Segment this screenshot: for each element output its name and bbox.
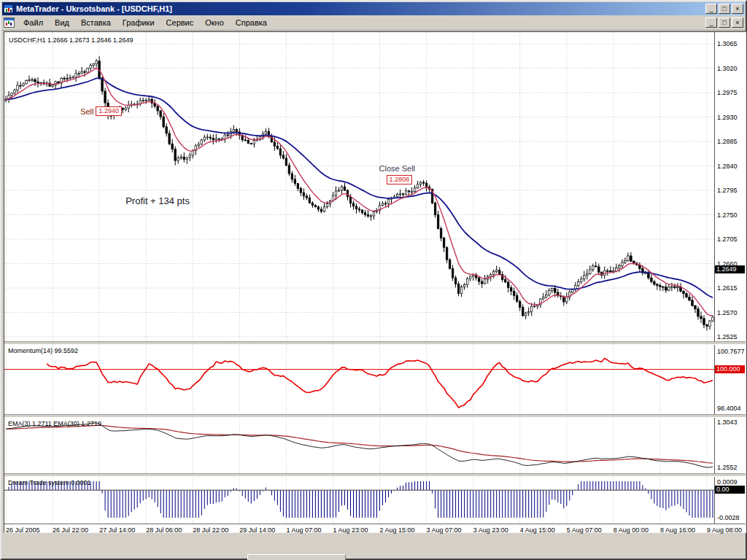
time-label: 27 Jul 14:00: [99, 526, 135, 534]
price-axis-label: 1.2930: [717, 114, 738, 121]
window-title: MetaTrader - Ukrsotsbank - [USDCHF,H1]: [16, 4, 701, 13]
candlestick-chart[interactable]: [4, 32, 714, 341]
menubar: ФайлВидВставкаГрафикиСервисОкноСправка _…: [1, 15, 746, 31]
menu-item-Справка[interactable]: Справка: [230, 17, 273, 28]
momentum-level-badge: 100.000: [715, 365, 745, 373]
dream-trade-panel[interactable]: 0.0009-0.00280.00 Dream Trade system 0.0…: [4, 477, 746, 524]
time-label: 3 Aug 23:00: [473, 526, 508, 534]
price-chart-panel[interactable]: 1.30651.30201.29751.29301.28851.28401.27…: [4, 32, 746, 341]
time-label: 8 Aug 00:00: [614, 526, 649, 534]
price-axis-label: 1.2525: [717, 333, 738, 341]
sell-label: Sell: [80, 107, 93, 116]
time-label: 8 Aug 16:00: [660, 526, 695, 534]
time-label: 28 Jul 22:00: [193, 526, 228, 534]
price-axis-label: 1.2615: [717, 284, 738, 292]
chart-window: 1.30651.30201.29751.29301.28851.28401.27…: [4, 31, 746, 533]
time-label: 1 Aug 23:00: [333, 526, 368, 534]
price-axis-label: 1.2975: [717, 89, 738, 96]
menu-item-Вставка[interactable]: Вставка: [75, 17, 117, 28]
ema-chart[interactable]: [4, 418, 714, 473]
sell-annotation[interactable]: Sell 1.2940: [80, 106, 122, 116]
price-axis-label: 1.2885: [717, 138, 738, 145]
maximize-button[interactable]: □: [719, 4, 730, 14]
time-label: 4 Aug 15:00: [520, 526, 555, 534]
momentum-chart[interactable]: [4, 345, 714, 414]
ema-label: EMA(3) 1.2711 EMA(30) 1.2719: [8, 420, 101, 427]
chart-file-icon: [4, 18, 15, 28]
menu-items: ФайлВидВставкаГрафикиСервисОкноСправка: [18, 17, 273, 28]
ema-max-label: 1.3043: [717, 419, 738, 426]
dream-max-label: 0.0009: [717, 478, 738, 486]
sell-price-box[interactable]: 1.2940: [96, 106, 122, 116]
dream-trade-label: Dream Trade system 0.0001: [8, 479, 91, 486]
titlebar[interactable]: MetaTrader - Ukrsotsbank - [USDCHF,H1] _…: [2, 2, 745, 15]
ema-axis[interactable]: 1.30431.2552: [714, 418, 746, 473]
time-label: 3 Aug 07:00: [427, 526, 462, 534]
time-label: 29 Jul 14:00: [239, 526, 275, 534]
metatrader-window: MetaTrader - Ukrsotsbank - [USDCHF,H1] _…: [0, 0, 747, 560]
price-axis-label: 1.2840: [717, 163, 738, 170]
momentum-min-label: 98.4004: [717, 405, 741, 412]
taskbar-fragment: [247, 554, 346, 560]
price-axis-label: 1.3020: [717, 65, 738, 72]
current-price-badge: 1.2649: [715, 265, 745, 273]
mdi-close-button[interactable]: ×: [732, 18, 743, 28]
momentum-panel[interactable]: 100.767798.4004100.000 Momentum(14) 99.5…: [4, 345, 746, 414]
menu-item-Сервис[interactable]: Сервис: [160, 17, 200, 28]
menu-item-Графики[interactable]: Графики: [117, 17, 160, 28]
menu-item-Вид[interactable]: Вид: [49, 17, 75, 28]
ema-panel[interactable]: 1.30431.2552 EMA(3) 1.2711 EMA(30) 1.271…: [4, 418, 746, 473]
time-label: 5 Aug 07:00: [567, 526, 602, 534]
dream-zero-badge: 0.00: [715, 486, 745, 494]
time-label: 9 Aug 08:00: [707, 526, 742, 534]
close-sell-annotation[interactable]: Close Sell 1.2808: [379, 164, 416, 184]
mdi-minimize-button[interactable]: _: [705, 18, 717, 28]
close-sell-price-box[interactable]: 1.2808: [387, 175, 413, 184]
price-axis-label: 1.3065: [717, 40, 738, 47]
time-label: 2 Aug 15:00: [380, 526, 415, 534]
momentum-axis[interactable]: 100.767798.4004100.000: [714, 345, 746, 414]
time-label: 26 Jul 2005: [6, 526, 40, 534]
momentum-label: Momentum(14) 99.5592: [8, 347, 78, 354]
price-axis-label: 1.2570: [717, 309, 738, 316]
dream-trade-axis[interactable]: 0.0009-0.00280.00: [714, 477, 746, 524]
minimize-button[interactable]: _: [705, 4, 717, 14]
menu-item-Файл[interactable]: Файл: [18, 17, 49, 28]
price-axis-label: 1.2705: [717, 236, 738, 243]
time-label: 26 Jul 22:00: [53, 526, 88, 534]
time-label: 28 Jul 06:00: [146, 526, 182, 534]
profit-annotation: Profit + 134 pts: [125, 195, 190, 206]
ohlc-info: USDCHF,H1 1.2666 1.2673 1.2646 1.2649: [9, 36, 133, 44]
mdi-restore-button[interactable]: □: [719, 18, 730, 28]
time-label: 1 Aug 07:00: [286, 526, 321, 534]
close-sell-label: Close Sell: [379, 164, 416, 173]
metatrader-app-icon: [4, 4, 13, 13]
price-axis-label: 1.2795: [717, 187, 738, 194]
price-axis[interactable]: 1.30651.30201.29751.29301.28851.28401.27…: [714, 32, 746, 341]
mdi-window-buttons: _ □ ×: [704, 18, 743, 28]
time-axis[interactable]: 26 Jul 200526 Jul 22:0027 Jul 14:0028 Ju…: [4, 524, 746, 532]
price-axis-label: 1.2750: [717, 211, 738, 219]
ema-min-label: 1.2552: [717, 464, 738, 471]
dream-min-label: -0.0028: [717, 514, 740, 521]
dream-trade-histogram[interactable]: [4, 477, 714, 524]
menu-item-Окно[interactable]: Окно: [199, 17, 230, 28]
momentum-max-label: 100.7677: [717, 348, 745, 355]
titlebar-buttons: _ □ ×: [704, 4, 743, 14]
close-button[interactable]: ×: [732, 4, 743, 14]
